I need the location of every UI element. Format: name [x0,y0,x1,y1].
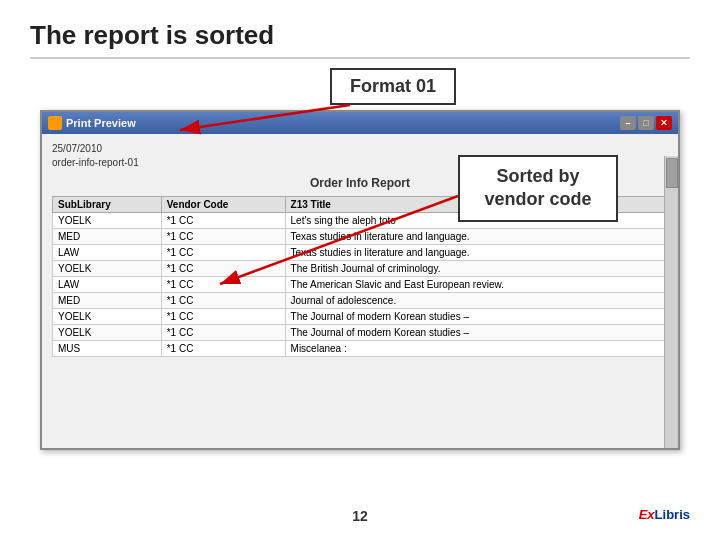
slide-title: The report is sorted [30,20,690,51]
table-cell: The Journal of modern Korean studies – [285,309,667,325]
table-cell: LAW [53,277,162,293]
table-cell: *1 CC [161,229,285,245]
table-row: LAW*1 CCTexas studies in literature and … [53,245,668,261]
table-cell: *1 CC [161,325,285,341]
table-cell: MED [53,229,162,245]
table-cell: Miscelanea : [285,341,667,357]
table-cell: *1 CC [161,261,285,277]
table-cell: MUS [53,341,162,357]
slide: The report is sorted Format 01 Print Pre… [0,0,720,540]
table-cell: *1 CC [161,277,285,293]
format-label: Format 01 [330,68,456,105]
page-number: 12 [352,508,368,524]
table-row: YOELK*1 CCThe Journal of modern Korean s… [53,325,668,341]
table-cell: YOELK [53,213,162,229]
col-sublibrary: SubLibrary [53,197,162,213]
window-app-icon [48,116,62,130]
table-cell: Texas studies in literature and language… [285,229,667,245]
table-cell: YOELK [53,261,162,277]
table-cell: YOELK [53,309,162,325]
table-cell: MED [53,293,162,309]
scrollbar-thumb[interactable] [666,158,678,188]
table-cell: The Journal of modern Korean studies – [285,325,667,341]
table-cell: LAW [53,245,162,261]
table-cell: *1 CC [161,341,285,357]
scrollbar[interactable] [664,156,678,448]
table-row: LAW*1 CCThe American Slavic and East Eur… [53,277,668,293]
table-row: YOELK*1 CCThe British Journal of crimino… [53,261,668,277]
table-cell: *1 CC [161,245,285,261]
window-titlebar: Print Preview – □ ✕ [42,112,678,134]
table-cell: YOELK [53,325,162,341]
table-cell: The American Slavic and East European re… [285,277,667,293]
exlibris-ex: Ex [639,507,655,522]
table-cell: Journal of adolescence. [285,293,667,309]
table-row: MED*1 CCJournal of adolescence. [53,293,668,309]
window-title: Print Preview [48,116,136,130]
table-body: YOELK*1 CCLet's sing the aleph totoMED*1… [53,213,668,357]
table-cell: *1 CC [161,309,285,325]
table-cell: The British Journal of criminology. [285,261,667,277]
title-divider [30,57,690,59]
exlibris-logo: ExLibris [639,507,690,522]
table-row: MED*1 CCTexas studies in literature and … [53,229,668,245]
maximize-button[interactable]: □ [638,116,654,130]
report-date: 25/07/2010 [52,142,668,156]
sorted-by-vendor-label: Sorted by vendor code [458,155,618,222]
close-button[interactable]: ✕ [656,116,672,130]
table-cell: *1 CC [161,213,285,229]
window-controls: – □ ✕ [620,116,672,130]
table-cell: Texas studies in literature and language… [285,245,667,261]
col-vendor-code: Vendor Code [161,197,285,213]
table-row: MUS*1 CCMiscelanea : [53,341,668,357]
exlibris-libris: Libris [655,507,690,522]
minimize-button[interactable]: – [620,116,636,130]
table-row: YOELK*1 CCThe Journal of modern Korean s… [53,309,668,325]
table-cell: *1 CC [161,293,285,309]
